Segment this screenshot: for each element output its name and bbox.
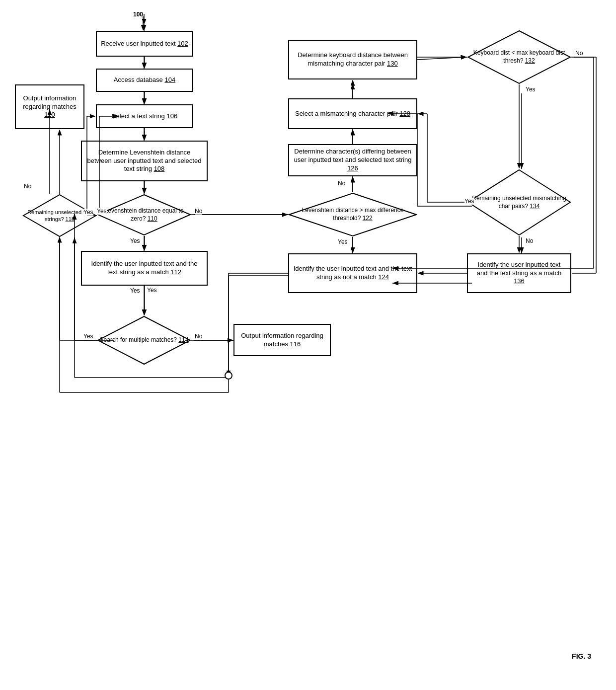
- box-120: Output information regarding matches 120: [15, 84, 84, 129]
- label-122-yes: Yes: [338, 238, 348, 245]
- diamond-134: Remaining unselected mismatching char pa…: [467, 169, 571, 236]
- label-118-no: No: [24, 183, 31, 190]
- diamond-118: Remaining unselected text strings? 118: [22, 194, 97, 237]
- label-132-no: No: [575, 50, 583, 57]
- connector-circle: [225, 372, 232, 380]
- box-116: Output information regarding matches 116: [233, 324, 331, 356]
- box-104: Access database 104: [96, 69, 193, 92]
- label-112-yes: Yes: [130, 287, 140, 294]
- diamond-110: Levenshtein distance equal to zero? 110: [97, 194, 191, 236]
- box-126: Determine character(s) differing between…: [288, 144, 417, 176]
- label-134-yes: Yes: [464, 198, 474, 205]
- diamond-132: Keyboard dist < max keyboard dist thresh…: [467, 30, 571, 84]
- box-136: Identify the user inputted text and the …: [467, 253, 571, 293]
- label-110-yes: Yes: [130, 237, 140, 244]
- label-134-no: No: [526, 237, 533, 244]
- label-114-yes: Yes: [83, 333, 93, 340]
- box-108: Determine Levenshtein distance between u…: [81, 141, 208, 181]
- label-132-yes: Yes: [526, 86, 536, 93]
- box-128: Select a mismatching character pair 128: [288, 98, 417, 129]
- label-122-no: No: [338, 180, 345, 187]
- box-130: Determine keyboard distance between mism…: [288, 40, 417, 79]
- box-102: Receive user inputted text 102: [96, 31, 193, 57]
- label-114-no: No: [195, 333, 202, 340]
- box-106: Select a text string 106: [96, 104, 193, 128]
- figure-label: FIG. 3: [572, 652, 591, 660]
- label-118-yes: Yes: [97, 208, 107, 215]
- label-110-no: No: [195, 208, 202, 215]
- svg-line-61: [417, 57, 466, 60]
- diamond-114: Search for multiple matches? 114: [97, 315, 191, 365]
- box-124: Identify the user inputted text and the …: [288, 253, 417, 293]
- diamond-122: Levenshtein distance > max difference th…: [288, 192, 417, 237]
- label-118-yes-inline: Yes: [83, 209, 93, 216]
- box-112: Identify the user inputted text and the …: [81, 251, 208, 286]
- label-112-to-114-yes: Yes: [147, 287, 157, 294]
